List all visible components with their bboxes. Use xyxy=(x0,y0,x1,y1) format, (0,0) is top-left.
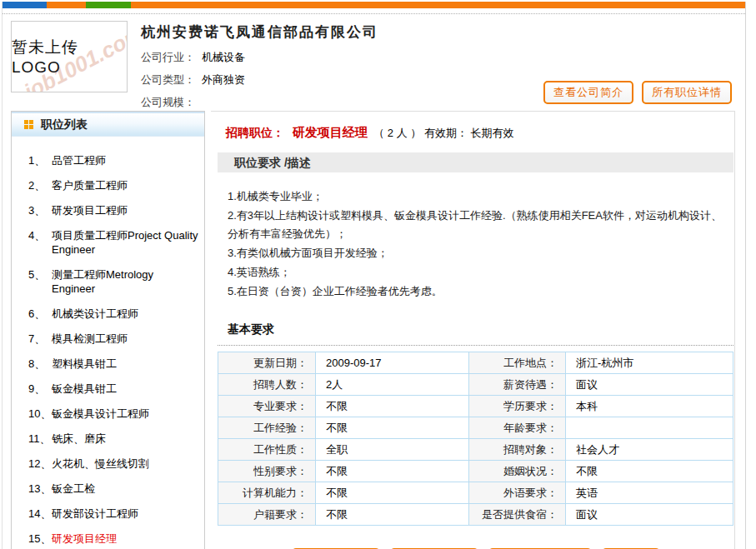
job-list-item[interactable]: 1、品管工程师 xyxy=(12,148,199,173)
job-list-item-label: 研发项目工程师 xyxy=(52,203,128,217)
req-value: 全职 xyxy=(316,439,469,461)
company-info: 杭州安费诺飞凤通信部品有限公司 公司行业：机械设备公司类型：外商独资公司规模： xyxy=(141,21,378,104)
req-label: 外语要求： xyxy=(469,482,566,504)
job-list-item-label: 研发部设计工程师 xyxy=(52,507,138,521)
job-list-item-number: 12、 xyxy=(12,457,52,471)
dotted-divider xyxy=(218,345,733,346)
page: job1001.com 暂未上传LOGO 杭州安费诺飞凤通信部品有限公司 公司行… xyxy=(2,2,746,549)
job-list-item[interactable]: 10、钣金模具设计工程师 xyxy=(12,402,199,427)
job-list-item-label: 客户质量工程师 xyxy=(52,178,128,192)
req-value: 英语 xyxy=(566,482,733,504)
job-list-item-label: 项目质量工程师Project Quality Engineer xyxy=(52,228,199,257)
job-list-item-label: 钣金模具钳工 xyxy=(52,382,117,396)
job-list-item-label: 塑料模具钳工 xyxy=(52,357,117,371)
job-list-item[interactable]: 14、研发部设计工程师 xyxy=(12,502,199,527)
job-list-item[interactable]: 11、铣床、磨床 xyxy=(12,427,199,452)
company-field-label: 公司行业： xyxy=(141,51,195,63)
posting-title: 研发项目经理 xyxy=(293,125,368,139)
topbar-orange-segment-long xyxy=(131,2,745,8)
company-field-row: 公司规模： xyxy=(141,95,378,110)
table-row: 招聘人数：2人薪资待遇：面议 xyxy=(218,374,733,396)
job-list-item-label: 测量工程师Metrology Engineer xyxy=(52,267,199,296)
job-list: 1、品管工程师2、客户质量工程师3、研发项目工程师4、项目质量工程师Projec… xyxy=(12,137,204,549)
job-list-item-number: 3、 xyxy=(12,203,52,217)
job-description-line: 2.有3年以上结构设计或塑料模具、钣金模具设计工作经验.（熟练使用相关FEA软件… xyxy=(228,207,725,243)
job-list-item[interactable]: 8、塑料模具钳工 xyxy=(12,352,199,377)
job-list-item[interactable]: 2、客户质量工程师 xyxy=(12,173,199,198)
job-list-item[interactable]: 13、钣金工检 xyxy=(12,477,199,502)
company-header: job1001.com 暂未上传LOGO 杭州安费诺飞凤通信部品有限公司 公司行… xyxy=(3,14,745,107)
table-row: 性别要求：不限婚姻状况：不限 xyxy=(218,461,733,482)
req-label: 薪资待遇： xyxy=(469,374,566,396)
job-list-item-label: 机械类设计工程师 xyxy=(52,307,138,321)
table-row: 户籍要求：不限是否提供食宿：面议 xyxy=(218,504,733,526)
job-list-item-number: 4、 xyxy=(12,228,52,257)
company-logo-placeholder: job1001.com 暂未上传LOGO xyxy=(11,21,128,92)
grid-icon xyxy=(24,120,33,129)
req-value: 不限 xyxy=(316,482,469,504)
job-list-item-number: 15、 xyxy=(12,532,52,546)
table-row: 更新日期：2009-09-17工作地点：浙江-杭州市 xyxy=(218,352,733,374)
company-field-label: 公司类型： xyxy=(141,73,195,86)
req-value: 不限 xyxy=(316,417,469,439)
job-list-item[interactable]: 4、项目质量工程师Project Quality Engineer xyxy=(12,223,199,262)
req-label: 更新日期： xyxy=(218,352,316,374)
job-list-item[interactable]: 5、测量工程师Metrology Engineer xyxy=(12,262,199,302)
posting-validity: 长期有效 xyxy=(471,127,514,139)
header-buttons: 查看公司简介所有职位详情 xyxy=(535,81,732,104)
req-label: 工作地点： xyxy=(469,352,566,374)
company-name: 杭州安费诺飞凤通信部品有限公司 xyxy=(141,22,378,42)
job-list-item-label: 研发项目经理 xyxy=(52,532,117,546)
sidebar: 职位列表 1、品管工程师2、客户质量工程师3、研发项目工程师4、项目质量工程师P… xyxy=(11,111,205,549)
posting-header: 招聘职位： 研发项目经理 （ 2 人 ） 有效期： 长期有效 xyxy=(226,125,733,141)
job-list-item[interactable]: 12、火花机、慢丝线切割 xyxy=(12,452,199,477)
req-value: 面议 xyxy=(566,374,733,396)
table-row: 工作经验：不限年龄要求： xyxy=(218,417,733,439)
job-list-item-label: 品管工程师 xyxy=(52,153,106,167)
job-list-item-number: 9、 xyxy=(12,382,52,396)
job-list-item-number: 13、 xyxy=(12,482,52,496)
req-label: 工作经验： xyxy=(218,417,316,439)
job-list-title: 职位列表 xyxy=(41,117,88,132)
job-list-item-label: 模具检测工程师 xyxy=(52,332,128,346)
req-label: 工作性质： xyxy=(218,439,316,461)
req-label: 性别要求： xyxy=(218,461,316,482)
company-field-value: 机械设备 xyxy=(202,51,245,63)
job-list-item-number: 8、 xyxy=(12,357,52,371)
job-list-item[interactable]: 6、机械类设计工程师 xyxy=(12,302,199,327)
topbar-green-segment xyxy=(86,2,131,8)
req-value: 2009-09-17 xyxy=(316,352,469,374)
job-list-item-number: 5、 xyxy=(12,267,52,296)
posting-validity-label: 有效期： xyxy=(424,127,468,139)
req-label: 专业要求： xyxy=(218,396,316,417)
req-value: 不限 xyxy=(316,461,469,482)
req-label: 招聘人数： xyxy=(218,374,316,396)
job-description-line: 1.机械类专业毕业； xyxy=(228,187,725,206)
req-value: 社会人才 xyxy=(566,439,733,461)
req-value: 不限 xyxy=(316,504,469,526)
table-row: 工作性质：全职招聘对象：社会人才 xyxy=(218,439,733,461)
all-jobs-detail-button[interactable]: 所有职位详情 xyxy=(642,81,732,104)
req-label: 招聘对象： xyxy=(469,439,566,461)
basic-requirements-table: 更新日期：2009-09-17工作地点：浙江-杭州市招聘人数：2人薪资待遇：面议… xyxy=(218,352,733,526)
view-company-profile-button[interactable]: 查看公司简介 xyxy=(543,81,633,104)
job-list-item[interactable]: 7、模具检测工程师 xyxy=(12,327,199,352)
req-value: 2人 xyxy=(316,374,469,396)
company-fields: 公司行业：机械设备公司类型：外商独资公司规模： xyxy=(141,50,378,110)
req-value: 面议 xyxy=(566,504,733,526)
job-list-item[interactable]: 3、研发项目工程师 xyxy=(12,198,199,223)
content: 职位列表 1、品管工程师2、客户质量工程师3、研发项目工程师4、项目质量工程师P… xyxy=(3,107,745,549)
company-field-row: 公司类型：外商独资 xyxy=(141,72,378,87)
req-value: 不限 xyxy=(566,461,733,482)
job-list-item[interactable]: 9、钣金模具钳工 xyxy=(12,377,199,402)
job-list-item[interactable]: 15、研发项目经理 xyxy=(12,527,199,549)
req-table-body: 更新日期：2009-09-17工作地点：浙江-杭州市招聘人数：2人薪资待遇：面议… xyxy=(218,352,733,526)
req-value: 浙江-杭州市 xyxy=(566,352,733,374)
top-color-bar xyxy=(3,2,745,8)
req-label: 是否提供食宿： xyxy=(469,504,566,526)
job-list-item-label: 钣金模具设计工程师 xyxy=(52,407,149,421)
job-description-section-title: 职位要求 /描述 xyxy=(218,152,733,172)
company-field-label: 公司规模： xyxy=(141,96,195,108)
job-list-header: 职位列表 xyxy=(12,112,204,137)
job-description-line: 4.英语熟练； xyxy=(228,263,725,282)
